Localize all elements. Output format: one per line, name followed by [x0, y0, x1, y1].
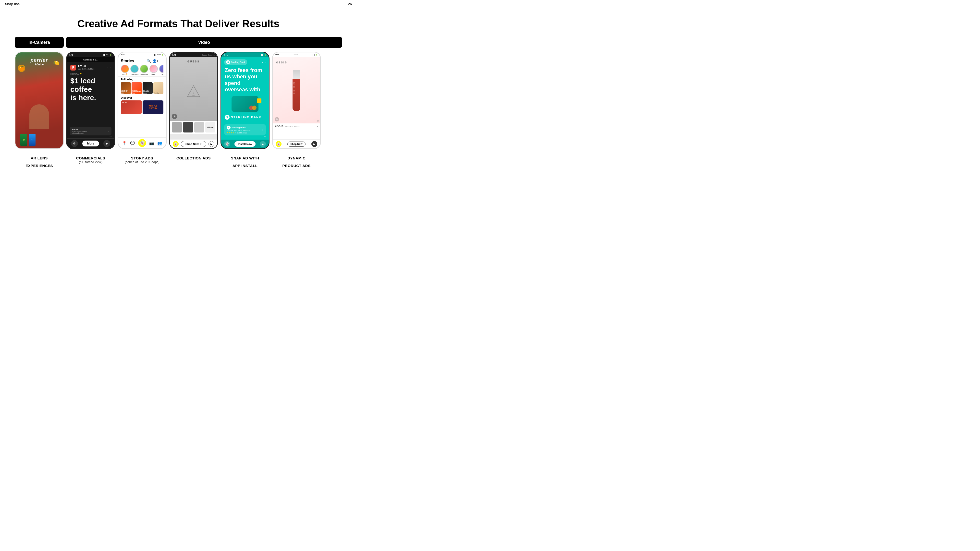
dynamic-play-btn[interactable]: ▶ [312, 141, 317, 147]
play-icon[interactable]: ▶ [103, 140, 110, 147]
continue-bar: Continue in 5... [67, 57, 115, 62]
mastercard-logo [249, 106, 256, 110]
group-icon[interactable]: 👥 [157, 141, 162, 146]
avatar-name-4: Stan... [151, 73, 156, 75]
starling-phone: 9:41 ▌▌ 🔋 S Starling Bank ⋯ Zero fees fr… [221, 52, 269, 149]
starling-status-bar: 9:41 ▌▌ 🔋 [221, 52, 269, 57]
avatar-name-1: Ces🔥 [122, 73, 127, 75]
snap-logo: Snap Inc. [5, 2, 20, 6]
thumb-2[interactable] [183, 122, 193, 132]
avatar-circle-5 [159, 65, 164, 73]
avatar-4[interactable]: Stan... [150, 65, 158, 75]
yellow-square [257, 98, 261, 103]
essie-brand-top: essie [276, 60, 287, 64]
dynamic-corner-icon: ⊡ [317, 120, 319, 122]
ritual-tagline: RITUAL ▼ $1 icedcoffeeis here. [70, 73, 111, 102]
nail-body: expressie [293, 79, 301, 111]
story-ads-subtitle: (series of 3 to 20 Snaps) [125, 160, 159, 164]
avatar-circle-4 [150, 65, 158, 73]
snap-button[interactable]: 👻 [138, 139, 146, 147]
story-ads-title: STORY ADS [125, 156, 159, 160]
thumb-1[interactable] [172, 122, 182, 132]
starling-bank-name: STARLING BANK [231, 116, 261, 119]
discover-section: Discover VICE WHISTLEWORTHY [118, 95, 166, 115]
dynamic-shop-now-button[interactable]: Shop Now [287, 141, 306, 147]
star-rating-row: ★ ★ ★ ★ ★ 3.1M Ratings [227, 132, 251, 134]
ar-lens-phone: perrier &Juice 🍊 🍋 🟢 🔵 [15, 52, 64, 149]
perrier-cans: 🟢 🔵 [20, 134, 35, 146]
guess-triangle-svg: ? USA [186, 84, 201, 99]
play-icon-starling[interactable]: ▶ [260, 141, 266, 147]
avatar-5[interactable]: Je... [159, 65, 164, 75]
more-icon[interactable]: ⋯ [160, 59, 164, 63]
stories-header: Stories 🔍 👤+ ⋯ Ces🔥 [118, 57, 166, 77]
perrier-subbrand: &Juice [30, 63, 48, 66]
collection-phone: 9:41 Guess Country... GUESS [169, 52, 218, 149]
starling-headline: Zero fees from us when you spend oversea… [225, 67, 265, 93]
avatar-circle-2 [130, 65, 139, 73]
dynamic-product-ads-card: 9:41 essie ▌▌ 🔋 essie expressie [272, 52, 321, 168]
following-item-3[interactable]: See This Beautiful Desert [143, 82, 153, 94]
discover-grid: VICE WHISTLEWORTHY [121, 100, 164, 114]
collection-status-bar: 9:41 Guess Country... [170, 52, 217, 57]
thumb-more[interactable]: +More [205, 122, 215, 132]
filter-icon[interactable]: ⚙ [172, 114, 177, 119]
stories-status-bar: 9:41 ▌▌ WiFi 🔋 [118, 52, 166, 57]
info-chevron: › [262, 128, 263, 132]
discover-item-1[interactable]: VICE [121, 100, 142, 114]
starling-info-text: S Starling Bank Join The Best British Ba… [227, 125, 251, 134]
dynamic-product-info: essie Gloss-e Fair-Cal... › [273, 124, 320, 129]
snap-ad-app-install-card: 9:41 ▌▌ 🔋 S Starling Bank ⋯ Zero fees fr… [221, 52, 269, 168]
star-4: ★ [232, 132, 234, 134]
ritual-url-info: Ritual Iced Coffee Is Here ritualcoffee.… [72, 128, 87, 134]
install-now-button[interactable]: Install Now [234, 141, 256, 147]
starling-info-card: S Starling Bank Join The Best British Ba… [224, 124, 266, 135]
camera-icon-nav[interactable]: 📷 [149, 141, 154, 146]
settings-icon[interactable]: ⚙ [71, 140, 78, 147]
star-1: ★ [227, 132, 228, 134]
add-friend-icon[interactable]: 👤+ [153, 59, 159, 63]
avatar-name-2: Thomas N [130, 73, 138, 75]
snap-ad-title: SNAP AD WITH [231, 156, 259, 160]
ritual-headline: $1 icedcoffeeis here. [70, 77, 111, 102]
ritual-phone: 9:41 ▌▌ WiFi 🔋 Continue in 5... R RITUAL… [66, 52, 115, 149]
location-icon[interactable]: 📍 [122, 141, 127, 146]
thumb-3[interactable] [194, 122, 204, 132]
collection-ads-label: COLLECTION ADS [177, 152, 211, 160]
dynamic-product-img: essie expressie ⚙ ⊡ [273, 57, 320, 124]
dynamic-ads-subtitle: PRODUCT ADS [283, 164, 311, 168]
commercials-subtitle: (:06 forced view) [76, 160, 105, 164]
ritual-bottom-info: Ritual Iced Coffee Is Here ritualcoffee.… [67, 127, 115, 138]
vice-label: VICE [122, 102, 127, 103]
ritual-menu-dots: ⋯ [107, 65, 111, 70]
nail-cap [293, 70, 300, 79]
starling-ad-tag: Ad [224, 136, 266, 138]
discover-title: Discover [121, 96, 164, 99]
ritual-ad-body: R RITUAL Iced Coffee Is Here ⋯ RITUAL ▼ … [67, 62, 115, 105]
dynamic-status-bar: 9:41 essie ▌▌ 🔋 [273, 52, 320, 57]
ar-lens-title: AR LENS [25, 156, 53, 160]
story-ads-label: STORY ADS (series of 3 to 20 Snaps) [125, 152, 159, 164]
lime-icon: 🍋 [53, 60, 59, 66]
following-item-2[interactable]: This Cat Loves Riding Pigs [132, 82, 142, 94]
discover-item-2[interactable]: WHISTLEWORTHY [143, 100, 164, 114]
avatar-1[interactable]: Ces🔥 [121, 65, 129, 75]
perrier-logo: perrier &Juice [30, 57, 48, 66]
bank-card [232, 96, 258, 112]
product-thumbnails: +More [170, 121, 217, 134]
search-icon[interactable]: 🔍 [147, 59, 151, 63]
nail-polish-container: expressie [293, 70, 301, 111]
avatar-3[interactable]: Char Char [140, 65, 148, 75]
in-camera-label: In-Camera [15, 37, 64, 48]
play-button[interactable]: ▶ [208, 141, 215, 147]
snap-ad-subtitle: APP INSTALL [231, 164, 259, 168]
more-button[interactable]: More [82, 141, 99, 146]
following-item-1[interactable]: Top 10 DIY Crafts for 2023 [121, 82, 131, 94]
avatar-2[interactable]: Thomas N [130, 65, 139, 75]
chat-icon[interactable]: 💬 [130, 141, 135, 146]
external-link-icon: ↗ [200, 143, 202, 145]
shop-now-button[interactable]: Shop Now ↗ [181, 141, 206, 147]
video-label: Video [66, 37, 342, 48]
dynamic-filter-icon[interactable]: ⚙ [275, 117, 279, 121]
following-item-4[interactable]: The M... [153, 82, 164, 94]
